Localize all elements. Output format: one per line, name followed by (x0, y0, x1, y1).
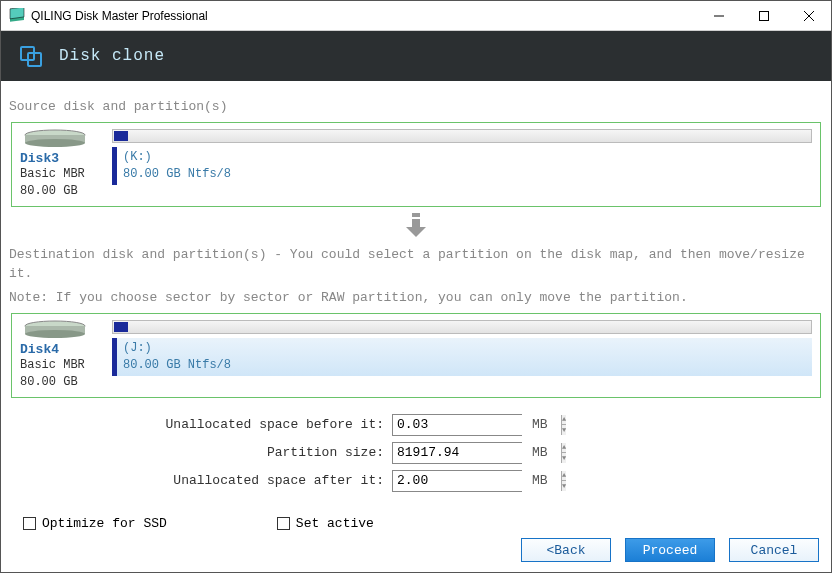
source-partition-letter: (K:) (123, 149, 806, 166)
optimize-ssd-checkbox[interactable]: Optimize for SSD (23, 516, 167, 531)
source-partition-info: 80.00 GB Ntfs/8 (123, 166, 806, 183)
options-row: Optimize for SSD Set active (7, 516, 825, 531)
checkbox-box[interactable] (23, 517, 36, 530)
svg-point-10 (25, 139, 85, 147)
spin-up[interactable]: ▲ (562, 415, 566, 426)
checkbox-box[interactable] (277, 517, 290, 530)
svg-marker-13 (406, 227, 426, 237)
content-area: Source disk and partition(s) Disk3 Basic… (1, 81, 831, 531)
unit-label: MB (532, 473, 548, 488)
space-before-label: Unallocated space before it: (7, 417, 392, 432)
set-active-label: Set active (296, 516, 374, 531)
source-disk-card[interactable]: Disk3 Basic MBR 80.00 GB (K:) 80.00 GB N… (11, 122, 821, 207)
hard-drive-icon (20, 129, 90, 147)
source-disk-type: Basic MBR (20, 166, 112, 183)
window-controls (696, 1, 831, 31)
hard-drive-icon (20, 320, 90, 338)
dest-disk-card[interactable]: Disk4 Basic MBR 80.00 GB (J:) 80.00 GB N… (11, 313, 821, 398)
source-partition-details: (K:) 80.00 GB Ntfs/8 (112, 147, 812, 185)
arrow-down-icon (7, 213, 825, 241)
proceed-button[interactable]: Proceed (625, 538, 715, 562)
source-partition-bar[interactable] (112, 129, 812, 143)
disk-clone-icon (19, 44, 43, 68)
window-title: QILING Disk Master Professional (31, 9, 696, 23)
header-band: Disk clone (1, 31, 831, 81)
source-disk-info: Disk3 Basic MBR 80.00 GB (20, 129, 112, 200)
partition-size-input[interactable]: ▲▼ (392, 442, 522, 464)
space-before-input[interactable]: ▲▼ (392, 414, 522, 436)
dest-disk-size: 80.00 GB (20, 374, 112, 391)
source-disk-name: Disk3 (20, 151, 59, 166)
back-button[interactable]: <Back (521, 538, 611, 562)
close-button[interactable] (786, 1, 831, 31)
dest-disk-name: Disk4 (20, 342, 59, 357)
partition-size-label: Partition size: (7, 445, 392, 460)
svg-rect-1 (10, 8, 24, 19)
page-heading: Disk clone (59, 47, 165, 65)
unit-label: MB (532, 417, 548, 432)
titlebar: QILING Disk Master Professional (1, 1, 831, 31)
set-active-checkbox[interactable]: Set active (277, 516, 374, 531)
source-partition-used (114, 131, 128, 141)
svg-rect-11 (412, 213, 420, 217)
dest-partition-details: (J:) 80.00 GB Ntfs/8 (112, 338, 812, 376)
footer-buttons: <Back Proceed Cancel (521, 538, 819, 562)
minimize-button[interactable] (696, 1, 741, 31)
dest-partition-info: 80.00 GB Ntfs/8 (123, 357, 806, 374)
svg-point-16 (25, 330, 85, 338)
svg-rect-12 (412, 219, 420, 227)
dest-section-label: Destination disk and partition(s) - You … (9, 245, 825, 284)
unit-label: MB (532, 445, 548, 460)
dest-disk-info: Disk4 Basic MBR 80.00 GB (20, 320, 112, 391)
dest-disk-type: Basic MBR (20, 357, 112, 374)
spin-down[interactable]: ▼ (562, 425, 566, 435)
source-partition-map[interactable]: (K:) 80.00 GB Ntfs/8 (112, 129, 812, 200)
maximize-button[interactable] (741, 1, 786, 31)
space-after-label: Unallocated space after it: (7, 473, 392, 488)
app-icon (9, 8, 25, 24)
dest-note: Note: If you choose sector by sector or … (9, 288, 825, 308)
dest-partition-bar[interactable] (112, 320, 812, 334)
resize-form: Unallocated space before it: ▲▼ MB Parti… (7, 414, 825, 492)
spin-down[interactable]: ▼ (562, 453, 566, 463)
dest-partition-used (114, 322, 128, 332)
dest-partition-letter: (J:) (123, 340, 806, 357)
optimize-ssd-label: Optimize for SSD (42, 516, 167, 531)
cancel-button[interactable]: Cancel (729, 538, 819, 562)
spin-down[interactable]: ▼ (562, 481, 566, 491)
dest-partition-map[interactable]: (J:) 80.00 GB Ntfs/8 (112, 320, 812, 391)
source-section-label: Source disk and partition(s) (9, 99, 825, 114)
svg-rect-3 (759, 11, 768, 20)
space-after-input[interactable]: ▲▼ (392, 470, 522, 492)
spin-up[interactable]: ▲ (562, 471, 566, 482)
spin-up[interactable]: ▲ (562, 443, 566, 454)
source-disk-size: 80.00 GB (20, 183, 112, 200)
